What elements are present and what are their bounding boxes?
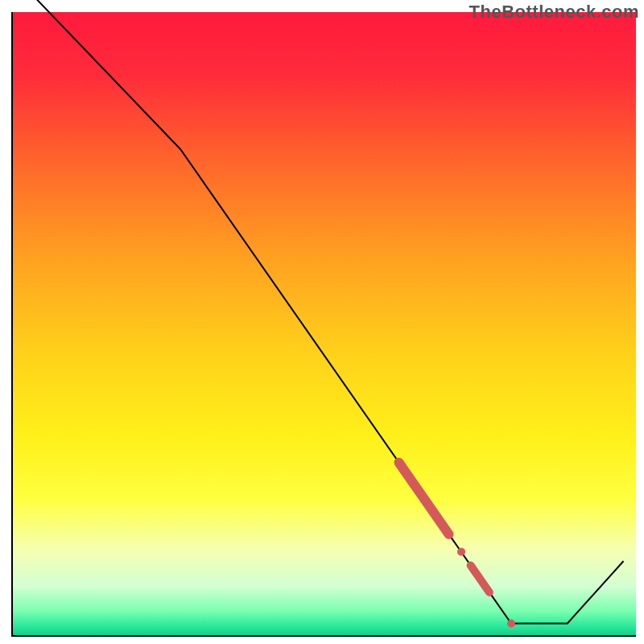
gradient-background	[12, 12, 636, 636]
marker-dot	[507, 620, 515, 628]
watermark-text: TheBottleneck.com	[469, 2, 639, 23]
chart-root: TheBottleneck.com	[0, 0, 644, 644]
chart-canvas	[0, 0, 644, 644]
marker-dot	[457, 547, 465, 555]
